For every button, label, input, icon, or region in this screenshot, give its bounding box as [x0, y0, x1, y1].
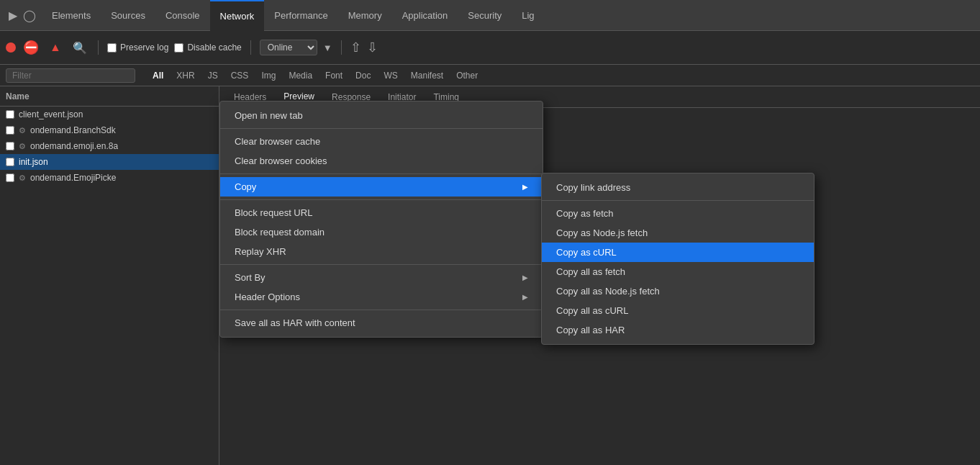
file-list-header: Name	[0, 86, 219, 107]
toolbar: ⛔ ▲ 🔍 Preserve log Disable cache Online …	[0, 31, 980, 65]
stop-button[interactable]: ⛔	[22, 38, 40, 57]
search-button[interactable]: 🔍	[71, 38, 89, 57]
filter-other[interactable]: Other	[450, 70, 484, 81]
filter-manifest[interactable]: Manifest	[405, 70, 449, 81]
disable-cache-checkbox[interactable]: Disable cache	[174, 42, 241, 53]
file-checkbox-3[interactable]	[6, 142, 14, 150]
upload-button[interactable]: ⇧	[350, 40, 361, 55]
menu-clear-cache[interactable]: Clear browser cache	[220, 132, 543, 151]
tab-sources[interactable]: Sources	[101, 0, 155, 31]
tab-bar-icons: ▶ ◯	[3, 9, 42, 22]
menu-copy[interactable]: Copy ▶	[220, 177, 543, 197]
menu-sort-by[interactable]: Sort By ▶	[220, 268, 543, 287]
submenu-copy-all-nodejs[interactable]: Copy all as Node.js fetch	[542, 281, 814, 301]
file-item-branch-sdk[interactable]: ⚙ ondemand.BranchSdk	[0, 122, 219, 138]
submenu-copy-curl[interactable]: Copy as cURL	[542, 243, 814, 262]
file-name-1: client_event.json	[19, 109, 83, 119]
menu-save-har[interactable]: Save all as HAR with content	[220, 313, 543, 333]
disable-cache-input[interactable]	[174, 43, 183, 53]
sort-by-arrow-icon: ▶	[522, 274, 528, 281]
divider-1	[98, 40, 99, 55]
filter-ws[interactable]: WS	[378, 70, 403, 81]
dropdown-icon: ▼	[323, 42, 332, 53]
separator-2	[220, 173, 543, 174]
filter-bar: All XHR JS CSS Img Media Font Doc WS Man…	[0, 65, 980, 86]
device-icon: ◯	[23, 9, 36, 22]
download-button[interactable]: ⇩	[367, 40, 378, 55]
filter-media[interactable]: Media	[283, 70, 318, 81]
gear-icon-3: ⚙	[19, 173, 26, 183]
filter-doc[interactable]: Doc	[350, 70, 376, 81]
file-checkbox-2[interactable]	[6, 126, 14, 135]
file-checkbox-5[interactable]	[6, 173, 14, 182]
sub-separator-1	[542, 200, 814, 201]
filter-css[interactable]: CSS	[225, 70, 255, 81]
filter-xhr[interactable]: XHR	[171, 70, 200, 81]
tab-lig[interactable]: Lig	[512, 0, 544, 31]
filter-img[interactable]: Img	[255, 70, 281, 81]
menu-header-options[interactable]: Header Options ▶	[220, 287, 543, 307]
menu-block-url[interactable]: Block request URL	[220, 203, 543, 222]
file-item-init-json[interactable]: init.json	[0, 154, 219, 170]
copy-arrow-icon: ▶	[522, 183, 528, 191]
file-name-2: ondemand.BranchSdk	[30, 125, 116, 135]
filter-input[interactable]	[6, 68, 135, 83]
submenu-copy-link[interactable]: Copy link address	[542, 178, 814, 197]
file-checkbox-4[interactable]	[6, 158, 14, 166]
separator-4	[220, 264, 543, 265]
separator-5	[220, 310, 543, 310]
filter-types: All XHR JS CSS Img Media Font Doc WS Man…	[147, 70, 484, 81]
file-name-4: init.json	[19, 157, 48, 167]
copy-submenu: Copy link address Copy as fetch Copy as …	[541, 173, 815, 345]
filter-button[interactable]: ▲	[46, 38, 65, 57]
file-checkbox-1[interactable]	[6, 110, 14, 119]
submenu-copy-all-har[interactable]: Copy all as HAR	[542, 320, 814, 340]
file-item-client-event[interactable]: client_event.json	[0, 107, 219, 122]
gear-icon-1: ⚙	[19, 126, 26, 135]
submenu-copy-fetch[interactable]: Copy as fetch	[542, 204, 814, 223]
tab-memory[interactable]: Memory	[338, 0, 392, 31]
file-name-5: ondemand.EmojiPicke	[30, 173, 116, 183]
divider-2	[250, 40, 251, 55]
submenu-copy-all-curl[interactable]: Copy all as cURL	[542, 301, 814, 320]
tab-network[interactable]: Network	[210, 0, 265, 31]
tab-performance[interactable]: Performance	[264, 0, 337, 31]
preserve-log-checkbox[interactable]: Preserve log	[107, 42, 168, 53]
menu-clear-cookies[interactable]: Clear browser cookies	[220, 151, 543, 171]
filter-all[interactable]: All	[147, 70, 169, 81]
filter-font[interactable]: Font	[319, 70, 348, 81]
context-menu: Open in new tab Clear browser cache Clea…	[219, 101, 543, 338]
file-list-header-label: Name	[6, 91, 30, 101]
separator-1	[220, 128, 543, 129]
file-list: Name client_event.json ⚙ ondemand.Branch…	[0, 86, 219, 465]
main-content: Name client_event.json ⚙ ondemand.Branch…	[0, 86, 980, 465]
tab-elements[interactable]: Elements	[42, 0, 101, 31]
file-item-emoji-picker[interactable]: ⚙ ondemand.EmojiPicke	[0, 170, 219, 186]
network-throttle-select[interactable]: Online Fast 3G Slow 3G Offline	[260, 40, 317, 55]
separator-3	[220, 199, 543, 200]
submenu-copy-nodejs-fetch[interactable]: Copy as Node.js fetch	[542, 223, 814, 243]
tab-console[interactable]: Console	[155, 0, 210, 31]
divider-3	[341, 40, 342, 55]
filter-js[interactable]: JS	[202, 70, 224, 81]
file-item-emoji[interactable]: ⚙ ondemand.emoji.en.8a	[0, 138, 219, 154]
record-button[interactable]	[6, 42, 16, 53]
disable-cache-label: Disable cache	[187, 42, 241, 53]
header-options-arrow-icon: ▶	[522, 293, 528, 301]
submenu-copy-all-fetch[interactable]: Copy all as fetch	[542, 262, 814, 281]
tab-bar: ▶ ◯ Elements Sources Console Network Per…	[0, 0, 980, 31]
cursor-icon: ▶	[9, 9, 17, 22]
tab-security[interactable]: Security	[458, 0, 512, 31]
menu-block-domain[interactable]: Block request domain	[220, 222, 543, 242]
preserve-log-input[interactable]	[107, 43, 117, 53]
menu-open-new-tab[interactable]: Open in new tab	[220, 106, 543, 125]
tab-application[interactable]: Application	[392, 0, 458, 31]
menu-replay-xhr[interactable]: Replay XHR	[220, 242, 543, 261]
file-name-3: ondemand.emoji.en.8a	[30, 141, 118, 151]
gear-icon-2: ⚙	[19, 142, 26, 151]
preserve-log-label: Preserve log	[120, 42, 168, 53]
